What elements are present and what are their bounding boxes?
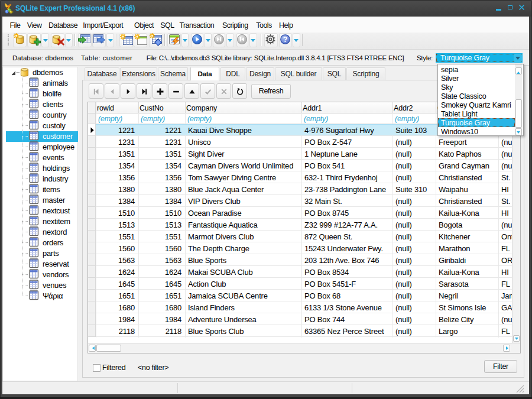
svg-text:?: ? <box>283 35 288 44</box>
